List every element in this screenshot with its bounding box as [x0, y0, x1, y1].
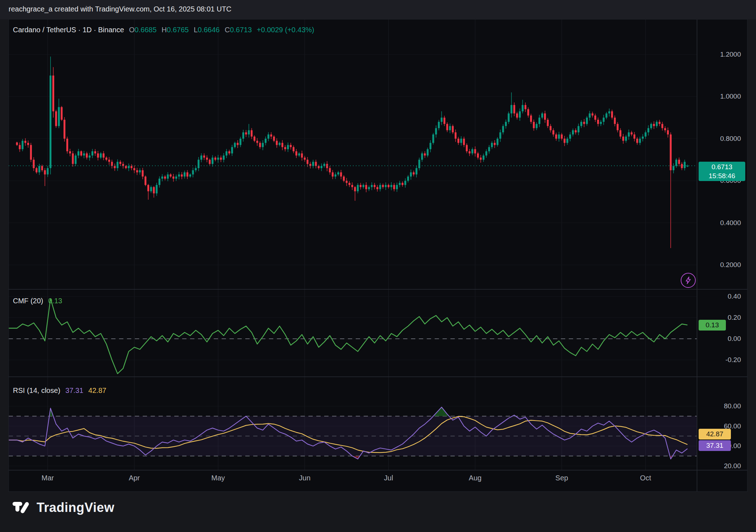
time-axis-month-label: Jul	[384, 474, 393, 482]
high-value: 0.6765	[167, 26, 189, 34]
scale-tick-label: -0.20	[726, 356, 741, 364]
scale-tick-label: 0.00	[728, 335, 741, 343]
cmf-value-badge: 0.13	[699, 320, 726, 331]
open-value: 0.6685	[134, 26, 156, 34]
time-axis-month-label: Aug	[469, 474, 482, 482]
bar-countdown: 15:58:46	[709, 171, 735, 180]
cmf-badge-value: 0.13	[706, 321, 719, 329]
scale-tick-label: 1.2000	[720, 51, 741, 58]
scale-tick-label: 0.40	[728, 293, 741, 300]
rsi-badge-value: 37.31	[706, 442, 723, 450]
tradingview-logo-icon	[12, 500, 31, 516]
close-label: C	[225, 26, 230, 34]
change-value: +0.0029 (+0.43%)	[257, 26, 314, 34]
attribution-bar: reachgrace_a created with TradingView.co…	[0, 0, 756, 19]
rsi-value-badge: 37.31	[699, 440, 731, 451]
boost-button[interactable]	[681, 273, 696, 288]
scale-tick-label: 0.4000	[720, 219, 741, 227]
last-price-badge: 0.6713 15:58:46	[699, 162, 745, 181]
low-label: L	[194, 26, 198, 34]
rsi-ma-value: 42.87	[88, 386, 106, 395]
right-price-scale[interactable]: 1.20001.00000.80000.60000.40000.20000.40…	[697, 19, 747, 491]
attribution-text: reachgrace_a created with TradingView.co…	[9, 5, 231, 13]
scale-tick-label: 1.0000	[720, 92, 741, 100]
rsi-title[interactable]: RSI (14, close)	[13, 386, 60, 395]
tradingview-wordmark: TradingView	[37, 500, 114, 515]
lightning-icon	[684, 276, 693, 285]
ohlc-close: C0.6713	[225, 26, 252, 34]
scale-tick-label: 80.00	[724, 402, 741, 410]
high-label: H	[162, 26, 167, 34]
rsi-ma-badge-value: 42.87	[706, 430, 723, 438]
time-axis-month-label: Jun	[299, 474, 311, 482]
open-label: O	[129, 26, 135, 34]
scale-tick-label: 0.8000	[720, 135, 741, 143]
cmf-title[interactable]: CMF (20)	[13, 297, 43, 305]
cmf-last-value: 0.13	[48, 297, 62, 305]
rsi-ma-badge: 42.87	[699, 429, 731, 440]
time-axis-month-label: Mar	[42, 474, 54, 482]
time-axis-month-label: Oct	[640, 474, 651, 482]
scale-tick-label: 0.2000	[720, 261, 741, 269]
time-axis-month-label: Sep	[556, 474, 568, 482]
rsi-legend: RSI (14, close) 37.31 42.87	[13, 386, 106, 395]
rsi-last-value: 37.31	[65, 386, 83, 395]
low-value: 0.6646	[198, 26, 219, 34]
cmf-legend: CMF (20) 0.13	[13, 297, 62, 305]
time-scale[interactable]: MarAprMayJunJulAugSepOct	[0, 470, 697, 491]
scale-tick-label: 0.20	[728, 314, 741, 322]
symbol-title[interactable]: Cardano / TetherUS · 1D · Binance	[13, 26, 124, 34]
time-axis-month-label: May	[211, 474, 225, 482]
scale-tick-label: 20.00	[724, 462, 741, 470]
time-axis-month-label: Apr	[129, 474, 140, 482]
last-price-value: 0.6713	[712, 162, 732, 171]
ohlc-open: O0.6685	[129, 26, 157, 34]
chart-canvas[interactable]	[0, 0, 756, 532]
symbol-legend: Cardano / TetherUS · 1D · Binance O0.668…	[13, 26, 314, 34]
ohlc-high: H0.6765	[162, 26, 189, 34]
ohlc-low: L0.6646	[194, 26, 219, 34]
close-value: 0.6713	[230, 26, 252, 34]
tradingview-logo-link[interactable]: TradingView	[12, 500, 114, 516]
